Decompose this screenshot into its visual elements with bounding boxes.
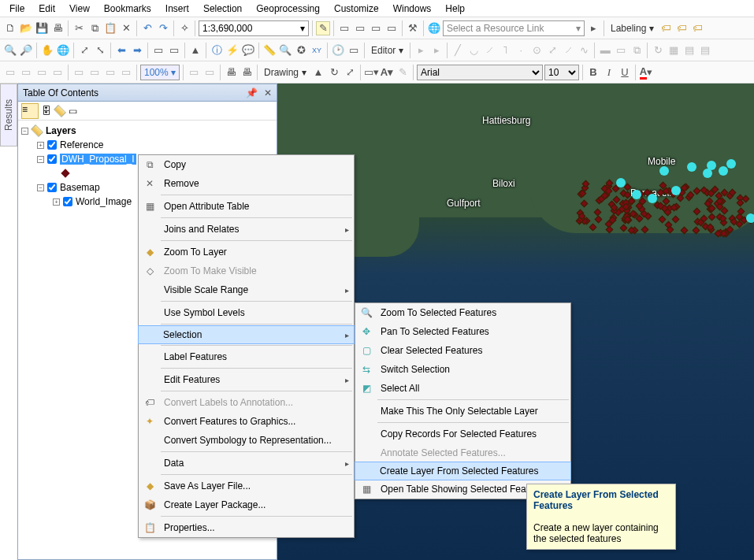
- label-opt3-icon[interactable]: 🏷: [690, 21, 704, 35]
- ctx-convert-features-graphics[interactable]: ✦Convert Features to Graphics...: [139, 412, 354, 431]
- distance-icon[interactable]: ⤢: [545, 43, 559, 57]
- window-python-icon[interactable]: ▭: [384, 21, 399, 35]
- ctx-joins-relates[interactable]: Joins and Relates: [139, 220, 354, 239]
- ctx-label-features[interactable]: Label Features: [139, 347, 354, 366]
- close-icon[interactable]: ✕: [264, 87, 272, 98]
- sub-zoom-selected[interactable]: 🔍Zoom To Selected Features: [355, 303, 570, 322]
- menu-selection[interactable]: Selection: [197, 2, 248, 16]
- midpoint-icon[interactable]: ·: [514, 43, 528, 57]
- draw-zoom-icon[interactable]: ⤢: [343, 65, 357, 80]
- sub-only-selectable[interactable]: Make This The Only Selectable Layer: [355, 402, 570, 421]
- trace-tool-icon[interactable]: ⟋: [482, 43, 496, 57]
- tree-root-layers[interactable]: Layers: [46, 125, 76, 136]
- draw-pointer-icon[interactable]: ▲: [311, 65, 325, 80]
- list-by-drawing-icon[interactable]: ≡: [21, 103, 39, 119]
- italic-icon[interactable]: I: [602, 65, 616, 80]
- select-features-icon[interactable]: ▭: [151, 43, 165, 57]
- sub-copy-records[interactable]: Copy Records For Selected Features: [355, 425, 570, 443]
- forward-icon[interactable]: ➡: [130, 43, 144, 57]
- cut-poly-icon[interactable]: ▬: [598, 43, 612, 57]
- arc-tool-icon[interactable]: ◡: [466, 43, 481, 57]
- zoom-in-icon[interactable]: 🔍: [3, 43, 17, 57]
- direction-icon[interactable]: ⟋: [561, 43, 575, 57]
- sub-clear-selected[interactable]: ▢Clear Selected Features: [355, 341, 570, 360]
- checkbox-reference[interactable]: [47, 140, 57, 150]
- clear-selection-icon[interactable]: ▭: [167, 43, 181, 57]
- edit-anno-icon[interactable]: ▸: [429, 43, 444, 57]
- fixed-zoom-out-icon[interactable]: ⤡: [93, 43, 107, 57]
- menu-bookmarks[interactable]: Bookmarks: [98, 2, 158, 16]
- window-search-icon[interactable]: ▭: [353, 21, 367, 35]
- resource-link-combo[interactable]: Select a Resource Link▾: [443, 20, 585, 36]
- checkbox-world[interactable]: [63, 197, 72, 206]
- georef3-icon[interactable]: ▭: [35, 65, 49, 80]
- ctx-convert-symbology-repr[interactable]: Convert Symbology to Representation...: [139, 431, 354, 450]
- expander-reference[interactable]: +: [37, 142, 44, 149]
- pointer-icon[interactable]: ▲: [188, 43, 202, 57]
- georef7-icon[interactable]: ▭: [103, 65, 117, 80]
- back-icon[interactable]: ⬅: [114, 43, 128, 57]
- menu-edit[interactable]: Edit: [32, 2, 61, 16]
- viewer-window-icon[interactable]: ▭: [347, 43, 361, 57]
- rotate-icon[interactable]: ↻: [651, 43, 665, 57]
- attrs-icon[interactable]: ▦: [667, 43, 681, 57]
- menu-geoprocessing[interactable]: Geoprocessing: [250, 2, 326, 16]
- add-data-icon[interactable]: ✧: [177, 21, 191, 35]
- find-icon[interactable]: 🔍: [278, 43, 292, 57]
- map-scale-combo[interactable]: 1:3,690,000▾: [199, 20, 309, 36]
- font-size-combo[interactable]: 10: [544, 65, 579, 80]
- editor-toolbar-icon[interactable]: ✎: [316, 21, 330, 35]
- label-opt1-icon[interactable]: 🏷: [659, 21, 673, 35]
- georef8-icon[interactable]: ▭: [119, 65, 133, 80]
- menu-windows[interactable]: Windows: [387, 2, 438, 16]
- ctx-open-attribute-table[interactable]: ▦Open Attribute Table: [139, 197, 354, 216]
- pin-icon[interactable]: 📌: [246, 87, 258, 98]
- ctx-copy[interactable]: ⧉Copy: [139, 155, 354, 174]
- georef11-icon[interactable]: 🖶: [224, 65, 238, 80]
- georef2-icon[interactable]: ▭: [19, 65, 33, 80]
- reshape-icon[interactable]: ▭: [614, 43, 628, 57]
- split-icon[interactable]: ⧉: [630, 43, 644, 57]
- ctx-zoom-to-layer[interactable]: ◆Zoom To Layer: [139, 243, 354, 261]
- save-icon[interactable]: 💾: [35, 21, 49, 35]
- georef5-icon[interactable]: ▭: [72, 65, 86, 80]
- full-extent-icon[interactable]: 🌐: [56, 43, 70, 57]
- ctx-create-layer-package[interactable]: 📦Create Layer Package...: [139, 495, 354, 514]
- fixed-zoom-in-icon[interactable]: ⤢: [77, 43, 91, 57]
- results-side-tab[interactable]: Results: [0, 83, 17, 146]
- line-tool-icon[interactable]: ╱: [451, 43, 465, 57]
- underline-icon[interactable]: U: [618, 65, 632, 80]
- list-by-selection-icon[interactable]: ▭: [69, 106, 77, 117]
- zoom-out-icon[interactable]: 🔎: [19, 43, 33, 57]
- menu-file[interactable]: File: [3, 2, 31, 16]
- window-toc-icon[interactable]: ▭: [369, 21, 383, 35]
- ctx-save-layer-file[interactable]: ◆Save As Layer File...: [139, 477, 354, 495]
- list-by-source-icon[interactable]: 🗄: [42, 106, 51, 117]
- new-doc-icon[interactable]: 🗋: [3, 21, 17, 35]
- expander-dwh[interactable]: −: [37, 156, 44, 163]
- draw-text-icon[interactable]: A▾: [380, 65, 394, 80]
- copy-icon[interactable]: ⧉: [87, 21, 102, 35]
- endpoint-icon[interactable]: ⊙: [529, 43, 544, 57]
- layer-reference[interactable]: Reference: [60, 139, 103, 150]
- layer-basemap[interactable]: Basemap: [60, 182, 100, 193]
- georef-icon[interactable]: ▭: [3, 65, 17, 80]
- georef4-icon[interactable]: ▭: [50, 65, 65, 80]
- draw-rect-icon[interactable]: ▭▾: [364, 65, 378, 80]
- ctx-visible-scale-range[interactable]: Visible Scale Range: [139, 280, 354, 299]
- menu-insert[interactable]: Insert: [159, 2, 195, 16]
- checkbox-basemap[interactable]: [47, 183, 57, 192]
- bold-icon[interactable]: B: [586, 65, 600, 80]
- georef12-icon[interactable]: 🖶: [240, 65, 254, 80]
- html-popup-icon[interactable]: 💬: [241, 43, 255, 57]
- time-slider-icon[interactable]: 🕑: [331, 43, 345, 57]
- expander-layers[interactable]: −: [21, 128, 28, 135]
- georef10-icon[interactable]: ▭: [202, 65, 217, 80]
- sketch-props-icon[interactable]: ▤: [682, 43, 696, 57]
- ctx-properties[interactable]: 📋Properties...: [139, 518, 354, 537]
- paste-icon[interactable]: 📋: [103, 21, 117, 35]
- checkbox-dwh[interactable]: [47, 154, 57, 164]
- georef9-icon[interactable]: ▭: [187, 65, 201, 80]
- editor-dropdown[interactable]: Editor▾: [368, 42, 407, 59]
- right-angle-icon[interactable]: ˥: [498, 43, 512, 57]
